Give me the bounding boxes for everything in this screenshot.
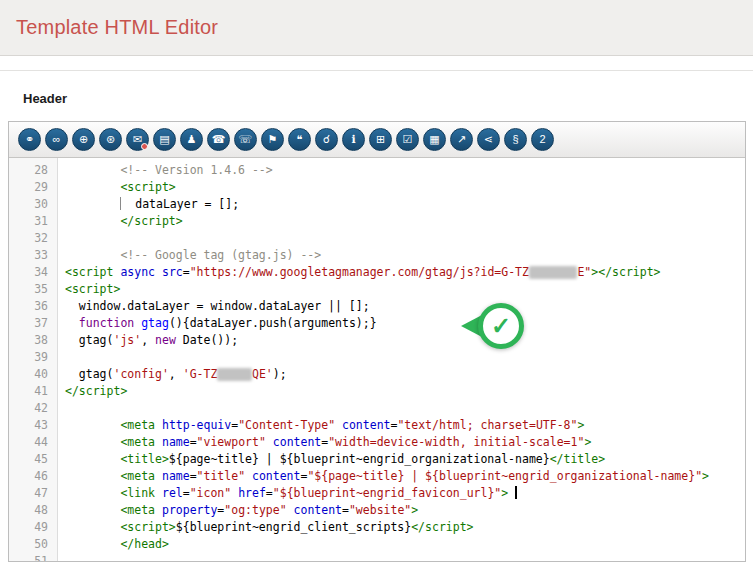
code-token: content	[252, 469, 300, 483]
code-token: "width=device-width, initial-scale=1"	[328, 435, 584, 449]
share-nodes-icon[interactable]: ☌	[315, 128, 338, 151]
code-token	[65, 316, 79, 330]
line-number: 43	[9, 417, 48, 434]
code-token: >	[411, 503, 418, 517]
line-number: 44	[9, 434, 48, 451]
code-line[interactable]: </head>	[65, 536, 745, 553]
code-token: ,	[141, 333, 155, 347]
code-token: <meta	[120, 503, 155, 517]
code-token	[65, 197, 120, 211]
code-token: <!-- Google tag (gtag.js) -->	[120, 248, 321, 262]
share-icon[interactable]: ⋖	[477, 128, 500, 151]
code-token: "${page~title} | ${blueprint~engrid_orga…	[307, 469, 702, 483]
line-number: 29	[9, 179, 48, 196]
globe-link-icon[interactable]: ⊕	[72, 128, 95, 151]
code-line[interactable]: </script>	[65, 213, 745, 230]
code-token: <link	[120, 486, 155, 500]
divider	[0, 70, 753, 71]
checklist-icon[interactable]: ☑	[396, 128, 419, 151]
email-remove-icon: ✉	[133, 134, 142, 145]
code-line[interactable]: function gtag(){dataLayer.push(arguments…	[65, 315, 745, 332]
code-pane[interactable]: <!-- Version 1.4.6 --> <script> dataLaye…	[58, 158, 745, 561]
code-editor[interactable]: 2829303132333435363738394041424344454647…	[9, 158, 745, 561]
code-token: ,	[169, 367, 183, 381]
code-token: >	[702, 469, 709, 483]
code-line[interactable]: <meta name="viewport" content="width=dev…	[65, 434, 745, 451]
payment-card-icon[interactable]: ▤	[153, 128, 176, 151]
code-token: <meta	[120, 418, 155, 432]
phone-icon[interactable]: ☎	[207, 128, 230, 151]
globe-icon[interactable]: ⊛	[99, 128, 122, 151]
code-line[interactable]	[65, 553, 745, 561]
code-token	[65, 469, 120, 483]
paperclip-icon[interactable]: §	[504, 128, 527, 151]
code-line[interactable]: <script>	[65, 179, 745, 196]
code-token	[287, 503, 294, 517]
code-token: http-equiv	[162, 418, 231, 432]
code-token: "website"	[349, 503, 411, 517]
code-token: 'js'	[113, 333, 141, 347]
user-icon[interactable]: ♟	[180, 128, 203, 151]
code-line[interactable]: <!-- Google tag (gtag.js) -->	[65, 247, 745, 264]
email-remove-icon[interactable]: ✉	[126, 128, 149, 151]
flag-icon[interactable]: ⚑	[261, 128, 284, 151]
code-token	[65, 180, 120, 194]
globe-link-icon: ⊕	[79, 134, 88, 145]
code-line[interactable]: gtag('config', 'G-TZXXXXXQE');	[65, 366, 745, 383]
code-line[interactable]: </script>	[65, 383, 745, 400]
code-line[interactable]: <title>${page~title} | ${blueprint~engri…	[65, 451, 745, 468]
code-token: content	[273, 435, 321, 449]
code-line[interactable]: <script>	[65, 281, 745, 298]
code-token: "og:type"	[224, 503, 286, 517]
line-number: 30	[9, 196, 48, 213]
code-line[interactable]: <script async src="https://www.googletag…	[65, 264, 745, 281]
code-token: "https://www.googletagmanager.com/gtag/j…	[190, 265, 529, 279]
code-token: "viewport"	[197, 435, 266, 449]
code-token: name	[162, 435, 190, 449]
code-token: window.dataLayer = window.dataLayer || […	[65, 299, 370, 313]
code-line[interactable]: gtag('js', new Date());	[65, 332, 745, 349]
comment-icon[interactable]: ❝	[288, 128, 311, 151]
code-token: <script>	[65, 282, 120, 296]
chain-link-icon[interactable]: ∞	[45, 128, 68, 151]
link-icon[interactable]: ⚭	[18, 128, 41, 151]
code-token: >	[584, 435, 591, 449]
line-number-gutter: 2829303132333435363738394041424344454647…	[9, 158, 58, 561]
calendar-icon[interactable]: ⊞	[369, 128, 392, 151]
info-circle-icon[interactable]: ℹ	[342, 128, 365, 151]
app-title-bar: Template HTML Editor	[0, 0, 753, 56]
code-token	[65, 520, 120, 534]
code-line[interactable]	[65, 230, 745, 247]
code-line[interactable]: <!-- Version 1.4.6 -->	[65, 162, 745, 179]
comment-icon: ❝	[297, 134, 303, 145]
code-line[interactable]: <script>${blueprint~engrid_client_script…	[65, 519, 745, 536]
code-line[interactable]	[65, 400, 745, 417]
external-link-icon: ↗	[457, 134, 466, 145]
code-line[interactable]: <meta name="title" content="${page~title…	[65, 468, 745, 485]
code-line[interactable]: <link rel="icon" href="${blueprint~engri…	[65, 485, 745, 502]
code-token: =	[183, 486, 190, 500]
external-link-icon[interactable]: ↗	[450, 128, 473, 151]
section-label-header: Header	[23, 91, 746, 107]
code-token	[245, 469, 252, 483]
line-number: 48	[9, 502, 48, 519]
table-icon: ▦	[429, 134, 439, 145]
number-2-icon[interactable]: 2	[531, 128, 554, 151]
code-token	[65, 435, 120, 449]
code-line[interactable]: dataLayer = [];	[65, 196, 745, 213]
code-token: </head>	[120, 537, 168, 551]
info-circle-icon: ℹ	[351, 134, 355, 145]
code-token: =	[266, 486, 273, 500]
text-cursor	[515, 486, 517, 499]
code-token: );	[273, 367, 287, 381]
code-line[interactable]: <meta property="og:type" content="websit…	[65, 502, 745, 519]
code-token: "Content-Type"	[238, 418, 335, 432]
table-icon[interactable]: ▦	[423, 128, 446, 151]
code-line[interactable]	[65, 349, 745, 366]
code-token	[65, 214, 120, 228]
code-token: ></script>	[591, 265, 660, 279]
code-line[interactable]: window.dataLayer = window.dataLayer || […	[65, 298, 745, 315]
mobile-phone-icon[interactable]: ☏	[234, 128, 257, 151]
code-line[interactable]: <meta http-equiv="Content-Type" content=…	[65, 417, 745, 434]
chain-link-icon: ∞	[53, 134, 61, 145]
